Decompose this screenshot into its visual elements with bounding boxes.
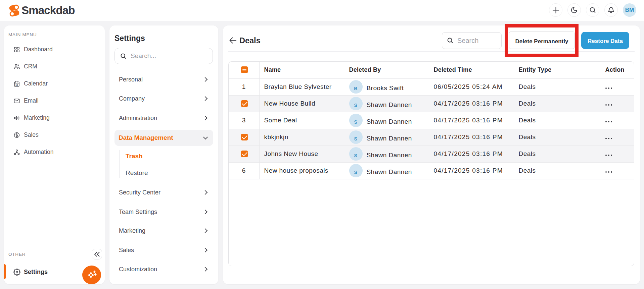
svg-text:12: 12 bbox=[15, 83, 18, 86]
